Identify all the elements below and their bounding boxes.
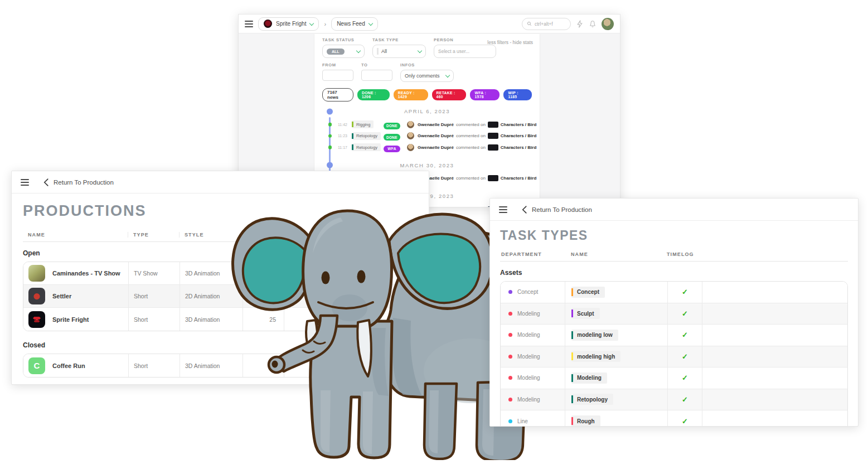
timeline-group-dot-icon — [327, 108, 333, 114]
status-badge-wfa[interactable]: WFA : 1578 — [470, 89, 500, 100]
filters-toggle-link[interactable]: less filters - hide stats — [487, 40, 533, 45]
task-type-color-bar — [571, 374, 573, 382]
timelog-check-icon[interactable]: ✓ — [667, 389, 702, 410]
menu-icon[interactable] — [499, 206, 507, 213]
page-title: TASK TYPES — [500, 228, 858, 243]
notifications-bell-icon[interactable] — [589, 20, 597, 28]
person-field[interactable] — [434, 45, 496, 58]
production-name[interactable]: Settler — [52, 293, 71, 299]
task-type-select[interactable]: All — [372, 45, 426, 58]
table-row[interactable]: Line Rough ✓ — [501, 410, 847, 427]
table-row[interactable]: Modeling Modeling ✓ — [501, 367, 847, 389]
entry-avatar[interactable] — [407, 144, 414, 151]
department-name: Modeling — [517, 311, 540, 317]
production-logo-icon — [264, 20, 272, 28]
status-badge-done[interactable]: DONE : 1206 — [357, 89, 390, 100]
timelog-check-icon[interactable]: ✓ — [667, 346, 702, 367]
section-select[interactable]: News Feed — [331, 17, 378, 31]
column-header-type: TYPE — [128, 232, 179, 238]
infos-select[interactable]: Only comments — [400, 70, 454, 82]
chevron-left-icon — [43, 178, 49, 186]
task-type-label: TASK TYPE — [372, 37, 426, 42]
task-type-badge[interactable]: Retopology — [571, 394, 613, 405]
timelog-check-icon[interactable]: ✓ — [667, 367, 702, 389]
task-type-color-bar — [571, 395, 573, 403]
task-type-name: Modeling — [577, 375, 602, 381]
return-to-production-link[interactable]: Return To Production — [522, 206, 592, 214]
task-status-label: TASK STATUS — [322, 37, 365, 42]
task-type-name: Rough — [577, 418, 595, 424]
production-thumbnail: C — [28, 357, 45, 374]
status-badge-retake[interactable]: RETAKE : 460 — [432, 89, 467, 100]
from-date-input[interactable] — [322, 70, 353, 81]
entry-person[interactable]: Gwenaelle Dupré — [418, 133, 454, 138]
timelog-check-icon[interactable]: ✓ — [667, 282, 702, 303]
entry-person[interactable]: Gwenaelle Dupré — [418, 145, 454, 150]
quick-actions-icon[interactable] — [576, 20, 584, 28]
entry-target[interactable]: Characters / Bird — [501, 133, 536, 138]
production-type: Short — [128, 354, 180, 377]
entry-time: 11:42 — [338, 123, 352, 127]
task-type-badge[interactable]: Concept — [571, 287, 605, 298]
task-types-window: Return To Production TASK TYPES DEPARTME… — [489, 198, 859, 427]
production-select[interactable]: Sprite Fright — [258, 17, 319, 31]
production-type: Short — [128, 285, 180, 307]
task-type-badge[interactable]: Rough — [571, 415, 600, 427]
task-type-badge[interactable]: modeling high — [571, 351, 620, 362]
menu-icon[interactable] — [21, 179, 29, 186]
entry-thumbnail[interactable] — [488, 122, 498, 128]
chevron-down-icon — [309, 21, 314, 25]
entry-time: 11:17 — [338, 146, 352, 149]
entry-target[interactable]: Characters / Bird — [501, 145, 536, 150]
entry-avatar[interactable] — [407, 121, 414, 128]
table-row[interactable]: Modeling Retopology ✓ — [501, 389, 847, 411]
menu-icon[interactable] — [245, 21, 253, 27]
entry-status-pill: DONE — [384, 123, 400, 129]
department-color-dot — [508, 419, 512, 423]
entry-thumbnail[interactable] — [488, 144, 498, 151]
column-header-name: NAME — [564, 251, 667, 257]
timelog-check-icon[interactable]: ✓ — [667, 410, 702, 427]
person-input[interactable] — [438, 49, 488, 54]
entry-target[interactable]: Characters / Bird — [501, 176, 536, 181]
task-type-value: All — [381, 49, 387, 54]
breadcrumb-separator: › — [324, 21, 326, 27]
task-type-name: Retopology — [577, 396, 608, 403]
search-input[interactable] — [535, 21, 566, 27]
task-type-color-bar — [571, 417, 573, 425]
department-color-dot — [508, 376, 512, 380]
production-name[interactable]: Caminandes - TV Show — [52, 270, 120, 277]
to-date-input[interactable] — [361, 70, 392, 81]
department-color-dot — [508, 398, 512, 402]
task-type-badge[interactable]: modeling low — [571, 330, 618, 341]
entry-person[interactable]: Gwenaelle Dupré — [418, 122, 454, 127]
entry-thumbnail[interactable] — [488, 175, 498, 181]
table-row[interactable]: Concept Concept ✓ — [501, 282, 847, 303]
production-name[interactable]: Sprite Fright — [52, 316, 89, 323]
timelog-check-icon[interactable]: ✓ — [667, 303, 702, 325]
table-row[interactable]: Modeling modeling low ✓ — [501, 325, 847, 346]
status-badge-ready[interactable]: READY : 1429 — [394, 89, 428, 100]
entry-avatar[interactable] — [407, 132, 414, 139]
user-avatar[interactable] — [602, 18, 614, 30]
task-color-bar — [352, 133, 353, 139]
production-thumbnail — [28, 311, 45, 328]
table-row[interactable]: Modeling Sculpt ✓ — [501, 303, 847, 325]
entry-status-pill: DONE — [384, 134, 400, 141]
task-status-select[interactable]: ALL — [322, 45, 365, 58]
task-type-badge[interactable]: Modeling — [571, 373, 607, 384]
table-row[interactable]: Modeling modeling high ✓ — [501, 346, 847, 368]
entry-task-type-badge[interactable]: Rigging — [352, 120, 374, 128]
status-badge-wip[interactable]: WIP : 1185 — [503, 89, 532, 100]
chevron-left-icon — [522, 206, 527, 214]
person-label: PERSON — [434, 37, 496, 42]
return-to-production-link[interactable]: Return To Production — [43, 178, 114, 186]
production-name[interactable]: Coffee Run — [52, 362, 85, 369]
task-type-badge[interactable]: Sculpt — [571, 308, 600, 319]
entry-task-type-badge[interactable]: Retopology — [352, 132, 381, 140]
entry-task-type-badge[interactable]: Retopology — [352, 143, 381, 151]
global-search[interactable] — [522, 18, 571, 30]
entry-thumbnail[interactable] — [488, 133, 498, 139]
timelog-check-icon[interactable]: ✓ — [667, 325, 702, 346]
entry-target[interactable]: Characters / Bird — [501, 122, 536, 127]
